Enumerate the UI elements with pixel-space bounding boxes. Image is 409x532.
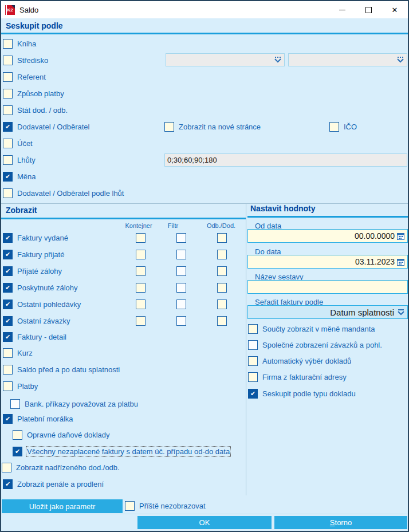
checkbox[interactable] xyxy=(2,463,11,472)
checkbox-row-poskytnute-zalohy[interactable]: Poskytnuté zálohy xyxy=(3,283,78,293)
kontejner-checkbox[interactable] xyxy=(136,266,145,276)
filtr-checkbox[interactable] xyxy=(176,266,186,276)
checkbox-row-faktury-detail[interactable]: Faktury - detail xyxy=(3,332,66,342)
checkbox[interactable] xyxy=(13,430,22,440)
checkbox-row-zpusob-platby[interactable]: Způsob platby xyxy=(3,89,64,98)
kontejner-checkbox[interactable] xyxy=(136,283,145,293)
checkbox-row-zobrazit-nadrizeneho[interactable]: Zobrazit nadřízeného dod./odb. xyxy=(2,463,120,472)
minimize-button[interactable] xyxy=(329,1,355,18)
checkbox[interactable] xyxy=(10,399,20,409)
checkbox-row-dodavatel-podle-lhut[interactable]: Dodavatel / Odběratel podle lhůt xyxy=(3,188,124,198)
from-date-input[interactable]: 00.00.0000 xyxy=(247,229,408,243)
checkbox-row-ucet[interactable]: Účet xyxy=(3,139,33,148)
odb-dod-checkbox[interactable] xyxy=(217,316,227,326)
checkbox-row-platby[interactable]: Platby xyxy=(3,381,38,391)
checkbox[interactable] xyxy=(248,324,258,334)
checkbox[interactable] xyxy=(248,340,258,350)
checkbox-row-platebni-moralka[interactable]: Platební morálka xyxy=(3,414,73,424)
odb-dod-checkbox[interactable] xyxy=(217,283,227,293)
checkbox-row-faktury-prijate[interactable]: Faktury přijaté xyxy=(3,250,64,259)
report-name-input[interactable] xyxy=(247,280,408,294)
odb-dod-checkbox[interactable] xyxy=(217,266,227,276)
save-as-parameter-button[interactable]: Uložit jako parametr xyxy=(2,499,123,513)
checkbox-row-kurz[interactable]: Kurz xyxy=(3,348,33,358)
kontejner-checkbox[interactable] xyxy=(136,316,145,326)
filtr-checkbox[interactable] xyxy=(176,316,186,326)
checkbox[interactable] xyxy=(3,122,13,132)
checkbox[interactable] xyxy=(3,233,13,243)
kontejner-checkbox[interactable] xyxy=(136,233,145,243)
checkbox-label: Měna xyxy=(17,172,36,181)
checkbox[interactable] xyxy=(3,332,13,342)
checkbox-row-faktury-vydane[interactable]: Faktury vydané xyxy=(3,233,68,243)
sort-by-dropdown[interactable]: Datum splatnosti xyxy=(247,305,408,319)
checkbox[interactable] xyxy=(3,316,13,326)
stredisko-combo-2[interactable] xyxy=(288,53,407,66)
checkbox[interactable] xyxy=(3,414,13,424)
checkbox[interactable] xyxy=(3,250,13,259)
checkbox[interactable] xyxy=(3,56,13,65)
filtr-checkbox[interactable] xyxy=(176,250,186,259)
checkbox-row-stredisko[interactable]: Středisko xyxy=(3,56,48,65)
odb-dod-checkbox[interactable] xyxy=(217,250,227,259)
storno-button[interactable]: Storno xyxy=(274,516,407,529)
checkbox-row-priste-nezobrazovat[interactable]: Příště nezobrazovat xyxy=(125,501,206,511)
checkbox[interactable] xyxy=(248,372,258,382)
checkbox[interactable] xyxy=(3,365,13,375)
checkbox-row-stat-dod-odb[interactable]: Stát dod. / odb. xyxy=(3,105,68,115)
checkbox[interactable] xyxy=(3,172,13,182)
filtr-checkbox[interactable] xyxy=(176,283,186,293)
filtr-checkbox[interactable] xyxy=(176,233,186,243)
filtr-checkbox[interactable] xyxy=(176,300,186,309)
checkbox[interactable] xyxy=(3,348,13,358)
checkbox[interactable] xyxy=(3,155,13,165)
checkbox-row-ico[interactable]: IČO xyxy=(329,122,357,132)
close-button[interactable]: ✕ xyxy=(382,1,408,18)
checkbox-row-soucty-mandanta[interactable]: Součty zobrazit v měně mandanta xyxy=(248,324,375,334)
checkbox[interactable] xyxy=(3,72,13,82)
checkbox[interactable] xyxy=(3,139,13,148)
checkbox[interactable] xyxy=(248,389,258,399)
checkbox-row-mena[interactable]: Měna xyxy=(3,172,36,182)
checkbox-row-referent[interactable]: Referent xyxy=(3,72,46,82)
kontejner-checkbox[interactable] xyxy=(136,300,145,309)
checkbox-row-vsechny-nezaplacene[interactable]: Všechny nezaplacené faktury s datem úč. … xyxy=(13,447,230,456)
checkbox-row-zobrazit-penale[interactable]: Zobrazit penále a prodlení xyxy=(3,479,104,489)
checkbox-row-prijate-zalohy[interactable]: Přijaté zálohy xyxy=(3,266,62,276)
checkbox-row-lhuty[interactable]: Lhůty xyxy=(3,155,36,165)
checkbox-row-new-page[interactable]: Zobrazit na nové stránce xyxy=(164,122,261,132)
to-date-input[interactable]: 03.11.2023 xyxy=(247,255,408,269)
checkbox[interactable] xyxy=(125,501,135,511)
checkbox[interactable] xyxy=(3,266,13,276)
lhuty-input[interactable]: 0;30;60;90;180 xyxy=(164,153,407,167)
checkbox[interactable] xyxy=(329,122,339,132)
checkbox[interactable] xyxy=(3,89,13,98)
kontejner-checkbox[interactable] xyxy=(136,250,145,259)
checkbox-row-spolecne-zobrazeni[interactable]: Společné zobrazení závazků a pohl. xyxy=(248,340,382,350)
odb-dod-checkbox[interactable] xyxy=(217,233,227,243)
checkbox[interactable] xyxy=(3,479,13,489)
checkbox[interactable] xyxy=(164,122,174,132)
checkbox-row-bank-prikazy[interactable]: Bank. příkazy považovat za platbu xyxy=(10,399,138,409)
checkbox-row-kniha[interactable]: Kniha xyxy=(3,39,36,49)
checkbox[interactable] xyxy=(3,283,13,293)
checkbox-row-opravne-danove[interactable]: Opravné daňové doklady xyxy=(13,430,110,440)
checkbox[interactable] xyxy=(3,188,13,198)
checkbox-row-saldo-pred-po[interactable]: Saldo před a po datu splatnosti xyxy=(3,365,120,375)
checkbox-row-automaticky-vyber[interactable]: Automatický výběr dokladů xyxy=(248,356,351,366)
checkbox-row-ostatni-zavazky[interactable]: Ostatní závazky xyxy=(3,316,70,326)
checkbox[interactable] xyxy=(3,381,13,391)
maximize-button[interactable] xyxy=(355,1,382,18)
checkbox[interactable] xyxy=(3,105,13,115)
odb-dod-checkbox[interactable] xyxy=(217,300,227,309)
stredisko-combo-1[interactable] xyxy=(166,53,285,66)
checkbox-row-ostatni-pohledavky[interactable]: Ostatní pohledávky xyxy=(3,300,81,309)
checkbox-row-seskupit-typ-dokladu[interactable]: Seskupit podle typu dokladu xyxy=(248,389,356,399)
checkbox[interactable] xyxy=(3,39,13,49)
checkbox-row-firma-fakturacni[interactable]: Firma z fakturační adresy xyxy=(248,372,347,382)
ok-button[interactable]: OK xyxy=(137,516,272,529)
checkbox[interactable] xyxy=(248,356,258,366)
checkbox[interactable] xyxy=(3,300,13,309)
checkbox[interactable] xyxy=(13,447,22,456)
checkbox-row-dodavatel-odberatel[interactable]: Dodavatel / Odběratel xyxy=(3,122,89,132)
